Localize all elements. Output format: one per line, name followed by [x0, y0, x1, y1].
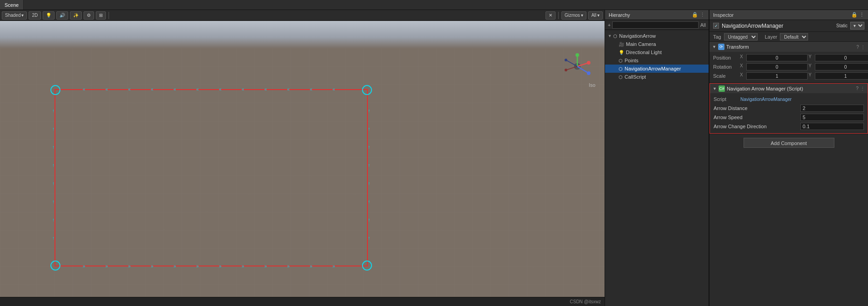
inspector-menu-icon[interactable]: ⋮	[859, 12, 864, 18]
script-component-header[interactable]: ▼ C# Navigation Arrow Manager (Script) ?…	[709, 83, 868, 93]
nav-arrow-obj-icon: ⬡	[613, 34, 617, 39]
arrow-speed-input[interactable]	[800, 114, 864, 121]
rot-x-input[interactable]	[746, 63, 808, 70]
tree-item-dir-light[interactable]: 💡 Directional Light	[605, 48, 709, 56]
left-arrow-6: ↑	[52, 199, 55, 204]
tag-select[interactable]: Untagged	[724, 33, 758, 40]
expand-nav-arrow-icon: ▼	[608, 34, 613, 38]
2d-toggle[interactable]: 2D	[29, 11, 41, 20]
audio-icon-btn[interactable]: 🔊	[56, 11, 68, 20]
rotation-label: Rotation	[713, 64, 738, 70]
effects-icon-btn[interactable]: ✨	[70, 11, 82, 20]
light-obj-icon: 💡	[619, 50, 624, 55]
tag-layer-row: Tag Untagged Layer Default	[709, 32, 868, 42]
tree-item-nav-arrow-manager[interactable]: ⬡ NavigationArrowManager	[605, 65, 709, 73]
all-label: All	[591, 13, 596, 18]
position-row: Position X Y Z	[713, 54, 864, 62]
bot-arrow-11: »	[310, 264, 312, 269]
tree-item-main-camera[interactable]: 🎥 Main Camera	[605, 40, 709, 48]
tree-item-points[interactable]: ⬡ Points	[605, 56, 709, 65]
rot-y-input[interactable]	[815, 63, 868, 70]
script-body: Script NavigationArrowManager Arrow Dist…	[709, 93, 868, 134]
arrow-change-dir-input[interactable]	[800, 123, 864, 130]
call-script-name: CallScript	[625, 74, 646, 80]
close-icon-btn[interactable]: ✕	[546, 11, 556, 20]
credit-text: CSDN @itsxwz	[570, 299, 601, 304]
grid-icon-btn[interactable]: ⊞	[96, 11, 106, 20]
callscript-obj-icon: ⬡	[619, 75, 623, 80]
bot-arrow-6: »	[196, 264, 199, 269]
bottom-left-circle	[50, 261, 60, 271]
scene-ground: « « « « « « « « « « « « » » » »	[0, 48, 605, 297]
object-name-input[interactable]	[722, 23, 833, 29]
tree-item-call-script[interactable]: ⬡ CallScript	[605, 73, 709, 81]
script-icon: C#	[719, 85, 725, 92]
main-camera-name: Main Camera	[626, 41, 656, 47]
right-arrow-2: ↑	[368, 126, 370, 131]
stats-icon-btn[interactable]: ⚙	[84, 11, 94, 20]
scene-status-bar: CSDN @itsxwz	[0, 297, 605, 306]
inspector-lock-icon[interactable]: 🔒	[851, 12, 858, 18]
transform-header[interactable]: ▼ ⟳ Transform ? ⋮	[709, 42, 868, 52]
scale-y-input[interactable]	[815, 72, 868, 80]
manager-obj-icon: ⬡	[619, 66, 623, 71]
top-arrow-5: «	[174, 87, 176, 92]
gizmo-widget[interactable]	[564, 53, 591, 80]
top-left-circle	[50, 85, 60, 95]
hierarchy-toolbar: + All	[605, 20, 709, 30]
svg-point-7	[575, 53, 579, 57]
arrow-distance-label: Arrow Distance	[714, 105, 799, 111]
hierarchy-tree: ▼ ⬡ NavigationArrow 🎥 Main Camera 💡 Dire…	[605, 30, 709, 306]
dir-light-name: Directional Light	[626, 50, 662, 55]
object-active-checkbox[interactable]: ✓	[713, 23, 719, 29]
hierarchy-menu-icon[interactable]: ⋮	[700, 12, 705, 18]
left-arrow-7: ↑	[52, 217, 55, 222]
transform-body: Position X Y Z Rotation X	[709, 52, 868, 83]
tree-item-nav-arrow[interactable]: ▼ ⬡ NavigationArrow	[605, 32, 709, 40]
top-arrow-1: «	[83, 87, 85, 92]
bot-arrow-4: »	[151, 264, 154, 269]
shading-dropdown[interactable]: Shaded ▾	[2, 11, 27, 20]
toolbar-sep-1	[109, 12, 109, 19]
pos-y-input[interactable]	[815, 54, 868, 61]
static-dropdown[interactable]: ▾	[850, 22, 864, 30]
rotation-row: Rotation X Y Z	[713, 63, 864, 71]
scene-tab[interactable]: Scene	[0, 0, 24, 10]
script-menu-icon[interactable]: ⋮	[860, 86, 865, 91]
script-field-label: Script	[714, 96, 739, 102]
nav-rect: « « « « « « « « « « « « » » » »	[55, 89, 368, 266]
script-value-text[interactable]: NavigationArrowManager	[740, 97, 792, 102]
camera-obj-icon: 🎥	[619, 42, 624, 47]
gizmos-label: Gizmos	[565, 13, 580, 18]
right-arrow-7: ↑	[368, 217, 370, 222]
hierarchy-all-btn[interactable]: All	[700, 22, 706, 28]
hierarchy-plus-btn[interactable]: +	[608, 22, 610, 28]
pos-x-input[interactable]	[746, 54, 808, 61]
script-help-icon[interactable]: ?	[856, 86, 858, 91]
arrow-distance-input[interactable]	[800, 105, 864, 112]
hierarchy-panel: Hierarchy 🔒 ⋮ + All ▼ ⬡ NavigationArrow …	[605, 10, 709, 306]
gizmos-dropdown[interactable]: Gizmos ▾	[561, 11, 586, 20]
script-component-title: Navigation Arrow Manager (Script)	[727, 86, 854, 91]
bot-arrow-9: »	[264, 264, 267, 269]
add-component-button[interactable]: Add Component	[744, 138, 834, 148]
all-dropdown[interactable]: All ▾	[588, 11, 603, 20]
transform-help-icon[interactable]: ?	[856, 45, 859, 50]
left-arrow-1: ↑	[52, 108, 55, 113]
scale-x-input[interactable]	[746, 72, 808, 80]
hierarchy-lock-icon[interactable]: 🔒	[692, 12, 698, 18]
scene-viewport[interactable]: « « « « « « « « « « « « » » » »	[0, 21, 605, 297]
rotation-fields: X Y Z	[740, 63, 868, 70]
top-arrow-11: «	[310, 87, 312, 92]
hierarchy-header-icons: 🔒 ⋮	[692, 12, 705, 18]
inspector-header-icons: 🔒 ⋮	[851, 12, 864, 18]
left-arrow-2: ↑	[52, 126, 55, 131]
lighting-icon-btn[interactable]: 💡	[43, 11, 55, 20]
layer-select[interactable]: Default	[780, 33, 808, 40]
hierarchy-search-input[interactable]	[612, 21, 698, 29]
transform-menu-icon[interactable]: ⋮	[861, 45, 865, 50]
position-fields: X Y Z	[740, 54, 868, 61]
right-arrow-3: ↑	[368, 145, 370, 150]
top-arrow-2: «	[105, 87, 108, 92]
2d-label: 2D	[32, 13, 38, 18]
